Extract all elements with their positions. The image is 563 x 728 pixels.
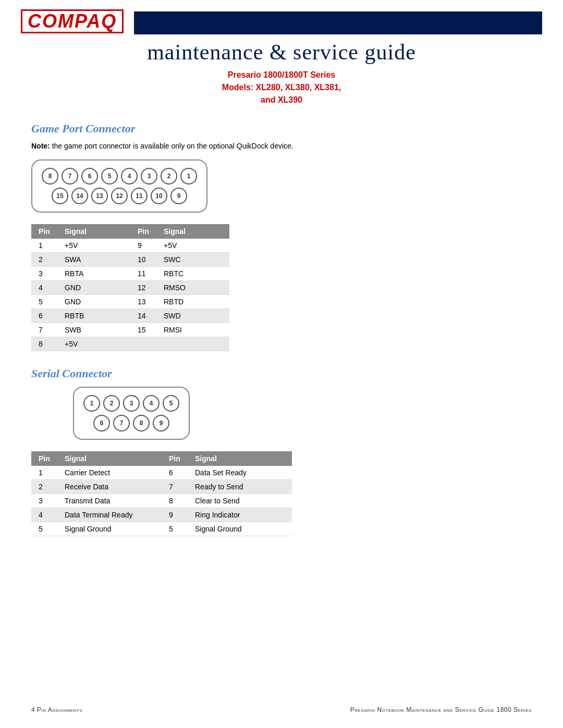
table-row: 3RBTA 11RBTC xyxy=(31,267,229,281)
game-port-section-title: Game Port Connector xyxy=(31,122,532,135)
subtitle: Presario 1800/1800T Series Models: XL280… xyxy=(21,69,542,106)
pin-circle: 10 xyxy=(151,188,167,204)
table-row: 1+5V 9+5V xyxy=(31,239,229,253)
game-port-bottom-row: 15 14 13 12 11 10 9 xyxy=(42,188,197,204)
pin-circle: 7 xyxy=(113,415,130,431)
table-row: 7SWB 15RMSI xyxy=(31,323,229,337)
pin-circle: 6 xyxy=(93,415,110,431)
pin-circle: 1 xyxy=(83,395,100,412)
table-row: 4GND 12RMSO xyxy=(31,281,229,295)
game-port-top-row: 8 7 6 5 4 3 2 1 xyxy=(42,168,197,184)
table-row: 2Receive Data 7Ready to Send xyxy=(31,480,292,494)
compaq-logo: COMPAQ xyxy=(21,9,124,33)
pin-circle: 2 xyxy=(161,168,177,184)
serial-th-pin1: Pin xyxy=(31,451,57,466)
game-port-th-signal2: Signal xyxy=(156,224,229,239)
pin-circle: 4 xyxy=(121,168,138,184)
pin-circle: 3 xyxy=(123,395,140,412)
pin-circle: 5 xyxy=(101,168,118,184)
pin-circle: 11 xyxy=(131,188,148,204)
pin-circle: 9 xyxy=(170,188,187,204)
serial-connector-table: Pin Signal Pin Signal 1Carrier Detect 6D… xyxy=(31,451,292,536)
game-port-th-pin2: Pin xyxy=(130,224,156,239)
game-port-th-signal1: Signal xyxy=(57,224,130,239)
table-row: 4Data Terminal Ready 9Ring Indicator xyxy=(31,508,292,522)
pin-circle: 12 xyxy=(111,188,128,204)
game-port-table: Pin Signal Pin Signal 1+5V 9+5V 2SWA 10S… xyxy=(31,224,229,351)
serial-connector-section-title: Serial Connector xyxy=(31,367,532,380)
title-section: maintenance & service guide Presario 180… xyxy=(0,34,563,106)
subtitle-line3: and XL390 xyxy=(21,94,542,106)
serial-port-diagram: 1 2 3 4 5 6 7 8 9 xyxy=(73,387,190,440)
footer: 4 Pin Assignments Presario Notebook Main… xyxy=(31,706,532,713)
pin-circle: 6 xyxy=(81,168,98,184)
pin-circle: 2 xyxy=(103,395,120,412)
serial-port-top-row: 1 2 3 4 5 xyxy=(83,395,179,412)
pin-circle: 4 xyxy=(143,395,160,412)
content: Game Port Connector Note: the game port … xyxy=(0,106,563,583)
header: COMPAQ xyxy=(0,0,563,34)
pin-circle: 3 xyxy=(141,168,157,184)
pin-circle: 14 xyxy=(71,188,88,204)
footer-right: Presario Notebook Maintenance and Servic… xyxy=(350,706,532,713)
subtitle-line1: Presario 1800/1800T Series xyxy=(21,69,542,81)
header-bar xyxy=(134,11,542,34)
game-port-diagram: 8 7 6 5 4 3 2 1 15 14 13 12 11 10 9 xyxy=(31,159,207,213)
pin-circle: 8 xyxy=(133,415,150,431)
pin-circle: 9 xyxy=(153,415,169,431)
pin-circle: 15 xyxy=(52,188,68,204)
serial-th-signal1: Signal xyxy=(57,451,162,466)
serial-th-signal2: Signal xyxy=(188,451,292,466)
table-row: 6RBTB 14SWD xyxy=(31,309,229,323)
main-title: maintenance & service guide xyxy=(21,40,542,65)
table-row: 3Transmit Data 8Clear to Send xyxy=(31,494,292,508)
pin-circle: 5 xyxy=(163,395,179,412)
pin-circle: 8 xyxy=(42,168,58,184)
pin-circle: 1 xyxy=(180,168,197,184)
table-row: 2SWA 10SWC xyxy=(31,253,229,267)
serial-th-pin2: Pin xyxy=(162,451,188,466)
subtitle-line2: Models: XL280, XL380, XL381, xyxy=(21,81,542,94)
table-row: 5Signal Ground 5Signal Ground xyxy=(31,522,292,536)
pin-circle: 13 xyxy=(91,188,108,204)
pin-circle: 7 xyxy=(62,168,78,184)
table-row: 5GND 13RBTD xyxy=(31,295,229,309)
table-row: 1Carrier Detect 6Data Set Ready xyxy=(31,466,292,480)
serial-port-bottom-row: 6 7 8 9 xyxy=(83,415,179,431)
table-row: 8+5V xyxy=(31,337,229,351)
game-port-th-pin1: Pin xyxy=(31,224,57,239)
game-port-note: Note: the game port connector is availab… xyxy=(31,142,532,150)
footer-left: 4 Pin Assignments xyxy=(31,706,82,713)
